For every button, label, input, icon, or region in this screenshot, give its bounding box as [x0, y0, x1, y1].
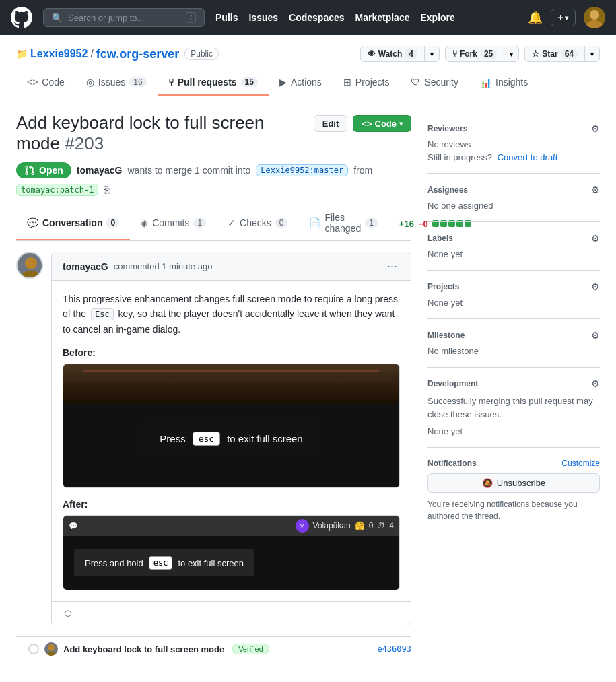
assignees-label: Assignees [427, 185, 468, 195]
actions-icon: ▶ [279, 77, 287, 88]
github-logo-icon[interactable] [11, 7, 32, 28]
code-icon: <> [27, 77, 38, 88]
svg-point-5 [46, 652, 57, 656]
labels-gear[interactable]: ⚙ [591, 233, 600, 244]
watch-button[interactable]: 👁 Watch 4 [360, 46, 424, 62]
labels-label: Labels [427, 234, 453, 243]
tab-actions[interactable]: ▶ Actions [269, 70, 333, 96]
reviewers-label: Reviewers [427, 124, 467, 133]
files-count: 1 [365, 218, 378, 228]
pr-tab-commits[interactable]: ◈ Commits 1 [130, 207, 217, 240]
issues-count: 16 [129, 77, 146, 87]
before-esc-key: esc [193, 432, 220, 446]
repo-tabs: <> Code ◎ Issues 16 ⑂ Pull requests 15 ▶… [16, 70, 600, 96]
svg-point-4 [48, 644, 55, 651]
edit-button[interactable]: Edit [314, 115, 348, 132]
customize-link[interactable]: Customize [561, 458, 600, 468]
issues-icon: ◎ [86, 77, 94, 88]
sidebar-reviewers: Reviewers ⚙ No reviews Still in progress… [427, 112, 600, 174]
dev-text: Successfully merging this pull request m… [427, 395, 600, 421]
repo-owner-link[interactable]: Lexxie9952 [30, 48, 88, 60]
notifications-note: You're receiving notifications because y… [427, 498, 600, 522]
verified-badge: Verified [232, 644, 269, 654]
pr-number: #203 [65, 133, 104, 154]
nav-pulls[interactable]: Pulls [215, 12, 238, 23]
svg-point-3 [21, 271, 41, 279]
sidebar-milestone: Milestone ⚙ No milestone [427, 319, 600, 368]
user-avatar[interactable] [584, 7, 605, 28]
assignees-gear[interactable]: ⚙ [591, 184, 600, 195]
fork-button[interactable]: ⑂ Fork 25 [445, 46, 504, 62]
svg-point-1 [586, 20, 603, 28]
search-placeholder: Search or jump to... [68, 13, 144, 23]
watch-button-group: 👁 Watch 4 ▾ [360, 46, 440, 62]
files-icon: 📄 [309, 217, 320, 228]
comment-header: tomayacG commented 1 minute ago ··· [52, 252, 411, 281]
star-button[interactable]: ☆ Star 64 [524, 46, 584, 62]
nav-explore[interactable]: Explore [420, 12, 454, 23]
pr-main: Add keyboard lock to full screen mode #2… [16, 112, 411, 661]
development-label: Development [427, 379, 478, 388]
pr-tabs: 💬 Conversation 0 ◈ Commits 1 ✓ Checks 0 … [16, 207, 411, 241]
pr-sidebar: Reviewers ⚙ No reviews Still in progress… [427, 112, 600, 661]
pr-count: 15 [241, 77, 258, 87]
notifications-bell[interactable]: 🔔 [528, 10, 543, 25]
after-label: After: [63, 499, 400, 510]
milestone-gear[interactable]: ⚙ [591, 330, 600, 341]
tab-issues[interactable]: ◎ Issues 16 [75, 70, 158, 96]
eye-icon: 👁 [368, 49, 376, 59]
comment-menu-button[interactable]: ··· [384, 259, 400, 273]
pr-tab-files-changed[interactable]: 📄 Files changed 1 [298, 207, 388, 240]
head-branch-tag[interactable]: tomayac:patch-1 [16, 184, 98, 196]
top-nav-links: Pulls Issues Codespaces Marketplace Expl… [215, 12, 455, 23]
pr-tab-conversation[interactable]: 💬 Conversation 0 [16, 207, 130, 240]
unsubscribe-button[interactable]: 🔕 Unsubscribe [427, 473, 600, 493]
search-icon: 🔍 [52, 13, 63, 23]
repo-icon: 📁 [16, 48, 28, 59]
search-box[interactable]: 🔍 Search or jump to... / [43, 8, 205, 27]
repo-action-buttons: 👁 Watch 4 ▾ ⑂ Fork 25 ▾ ☆ Star [360, 46, 600, 62]
watch-dropdown[interactable]: ▾ [424, 46, 440, 62]
emoji-reaction-button[interactable]: ☺ [63, 607, 73, 619]
insights-icon: 📊 [480, 77, 491, 88]
base-branch-tag[interactable]: Lexxie9952:master [256, 164, 348, 176]
pr-status-icon [24, 165, 35, 176]
esc-key-badge: Esc [91, 308, 114, 320]
reviewers-gear[interactable]: ⚙ [591, 123, 600, 134]
before-label: Before: [63, 347, 400, 358]
milestone-label: Milestone [427, 331, 465, 340]
tab-code[interactable]: <> Code [16, 70, 75, 96]
nav-issues[interactable]: Issues [248, 12, 278, 23]
star-dropdown[interactable]: ▾ [584, 46, 600, 62]
create-plus-button[interactable]: + ▾ [551, 9, 576, 26]
fork-dropdown[interactable]: ▾ [504, 46, 519, 62]
code-btn-chevron: ▾ [399, 120, 403, 127]
development-gear[interactable]: ⚙ [591, 378, 600, 389]
nav-codespaces[interactable]: Codespaces [289, 12, 344, 23]
pr-tab-checks[interactable]: ✓ Checks 0 [217, 207, 298, 240]
repo-name-link[interactable]: fcw.org-server [96, 47, 179, 61]
sidebar-assignees: Assignees ⚙ No one assigned [427, 174, 600, 222]
comment-box: tomayacG commented 1 minute ago ··· This… [16, 252, 411, 625]
commit-line: Add keyboard lock to full screen mode Ve… [16, 636, 411, 661]
notifications-label: Notifications [427, 458, 477, 468]
copy-branch-button[interactable]: ⎘ [104, 184, 109, 195]
tab-insights[interactable]: 📊 Insights [469, 70, 539, 96]
fork-icon: ⑂ [452, 49, 457, 59]
top-nav: 🔍 Search or jump to... / Pulls Issues Co… [0, 0, 616, 35]
breadcrumb: 📁 Lexxie9952 / fcw.org-server Public [16, 47, 219, 61]
code-button[interactable]: <> Code ▾ [353, 115, 411, 132]
breadcrumb-slash: / [90, 48, 93, 60]
commit-hash[interactable]: e436093 [377, 644, 411, 654]
fork-button-group: ⑂ Fork 25 ▾ [445, 46, 519, 62]
commits-count: 1 [193, 218, 206, 228]
tab-pull-requests[interactable]: ⑂ Pull requests 15 [158, 70, 269, 96]
projects-gear[interactable]: ⚙ [591, 281, 600, 292]
pr-status-line: Open tomayacG wants to merge 1 commit in… [16, 162, 411, 196]
tab-security[interactable]: 🛡 Security [400, 70, 469, 96]
no-milestone: No milestone [427, 346, 600, 356]
convert-to-draft-link[interactable]: Convert to draft [498, 152, 558, 162]
sidebar-projects: Projects ⚙ None yet [427, 271, 600, 319]
nav-marketplace[interactable]: Marketplace [355, 12, 410, 23]
tab-projects[interactable]: ⊞ Projects [333, 70, 401, 96]
